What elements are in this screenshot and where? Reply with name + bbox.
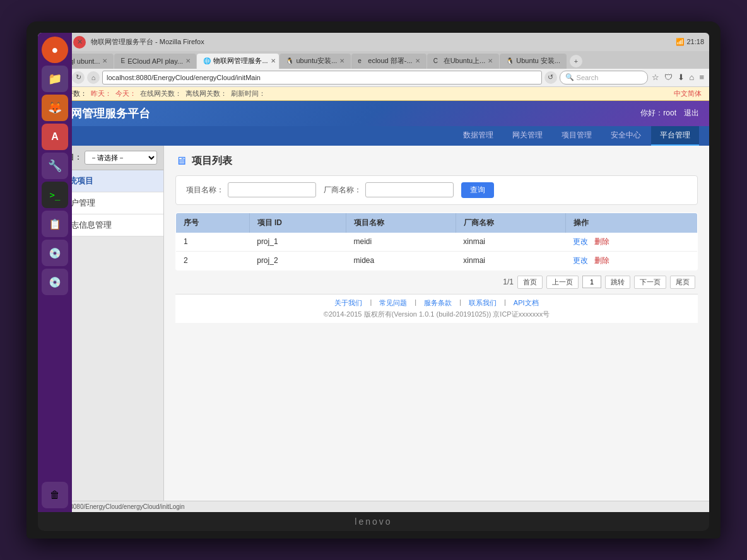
alert-today[interactable]: 今天： [115,89,136,98]
wifi-icon: 📶 [676,38,685,45]
table-row: 2 proj_2 midea xinmai 更改 删除 [176,251,698,270]
tab-ubuntu3[interactable]: 🐧 Ubuntu 安装... [500,54,567,69]
footer-about[interactable]: 关于我们 [334,298,362,308]
row1-delete-btn[interactable]: 删除 [594,237,609,246]
tab-iot-favicon: 🌐 [203,57,211,65]
row2-project-name: midea [346,251,456,270]
nav-gateway-mgmt[interactable]: 网关管理 [503,126,551,146]
refresh-btn[interactable]: ↺ [544,71,557,84]
ubuntu-font-icon[interactable]: A [42,124,68,150]
last-page-btn[interactable]: 尾页 [670,276,695,289]
row2-project-id: proj_2 [249,251,346,270]
browser-area: ─ □ ✕ 物联网管理服务平台 - Mozilla Firefox 📶 21:1… [38,33,709,512]
tab-iot-close[interactable]: ✕ [271,57,276,64]
home2-icon[interactable]: ⌂ [688,73,696,82]
tab-ecloud-deploy-close[interactable]: ✕ [415,57,420,64]
ubuntu-text-icon[interactable]: 📋 [42,211,68,237]
table-row: 1 proj_1 meidi xinmai 更改 删除 [176,233,698,252]
tab-ecloud-deploy-favicon: e [358,57,365,65]
row1-project-name: meidi [346,233,456,252]
row1-seq: 1 [176,233,250,252]
alert-yesterday[interactable]: 昨天： [91,89,112,98]
nav-project-mgmt[interactable]: 项目管理 [553,126,601,146]
vendor-name-input[interactable] [365,182,454,197]
row1-actions: 更改 删除 [565,233,697,252]
pagination: 1/1 首页 上一页 跳转 下一页 尾页 [175,271,698,294]
col-seq: 序号 [176,213,250,233]
ubuntu-disk2-icon[interactable]: 💿 [42,269,68,295]
tab-ubuntu3-favicon: 🐧 [506,57,514,65]
footer-terms[interactable]: 服务条款 [424,298,452,308]
reload-btn[interactable]: ↻ [72,71,85,84]
row2-delete-btn[interactable]: 删除 [594,256,609,265]
bookmark-icon[interactable]: ☆ [650,73,661,82]
section-title: 项目列表 [192,155,232,168]
shield-icon[interactable]: 🛡 [663,73,674,82]
tab-ecloud-deploy[interactable]: e ecloud 部署-... ✕ [351,54,426,69]
ubuntu-trash-icon[interactable]: 🗑 [42,482,68,508]
tab-mysql-close[interactable]: ✕ [102,57,107,64]
ubuntu-logo-icon[interactable]: ● [42,37,68,63]
row1-project-id: proj_1 [249,233,346,252]
search-icon: 🔍 [565,73,574,81]
tab-iot-active[interactable]: 🌐 物联网管理服务... ✕ [197,54,279,69]
tab-ubuntu-close[interactable]: ✕ [339,57,344,64]
footer-api[interactable]: API文档 [514,298,539,308]
page-info: 1/1 [503,277,514,286]
language-selector[interactable]: 中文简体 [674,90,702,97]
new-tab-btn[interactable]: + [570,55,582,67]
ubuntu-terminal-icon[interactable]: >_ [42,182,68,208]
row2-actions: 更改 删除 [565,251,697,270]
status-area: 📶 21:18 [676,38,704,46]
laptop-brand: lenovo [355,516,392,527]
section-icon: 🖥 [175,155,187,168]
first-page-btn[interactable]: 首页 [517,276,543,289]
page-content: 项目告警数： 昨天： 今天： 在线网关数： 离线网关数： 刷新时间： 中文简体 … [38,87,709,501]
status-bar: localhost:8080/EnergyCloud/energyCloud/i… [38,501,709,512]
footer-contact[interactable]: 联系我们 [469,298,497,308]
jump-btn[interactable]: 跳转 [605,276,630,289]
app-header: 物联网管理服务平台 你好：root 退出 [38,101,709,126]
logout-btn[interactable]: 退出 [684,108,699,119]
tab-ecloud-api[interactable]: E ECloud API play... ✕ [114,54,196,69]
search-form: 项目名称： 厂商名称： 查询 [175,175,698,205]
browser-nav-icons: ☆ 🛡 ⬇ ⌂ ≡ [650,73,705,82]
alert-online-label: 在线网关数： [140,89,182,98]
row1-vendor: xinmai [456,233,565,252]
ubuntu-files-icon[interactable]: 📁 [42,66,68,92]
footer-faq[interactable]: 常见问题 [379,298,407,308]
laptop-outer: ● 📁 🦊 A 🔧 >_ 📋 💿 [26,21,721,539]
page-number-input[interactable] [582,276,601,288]
window-close-btn[interactable]: ✕ [73,36,86,49]
nav-platform-mgmt[interactable]: 平台管理 [651,126,699,146]
home-btn[interactable]: ⌂ [87,71,100,84]
project-name-input[interactable] [228,182,316,197]
col-project-name: 项目名称 [346,213,456,233]
ubuntu-disk1-icon[interactable]: 💿 [42,240,68,266]
alert-offline-label: 离线网关数： [185,89,227,98]
ubuntu-firefox-icon[interactable]: 🦊 [42,95,68,121]
row2-edit-btn[interactable]: 更改 [573,256,588,265]
tab-ubuntu2[interactable]: C 在Ubuntu上... ✕ [427,54,500,69]
search-button[interactable]: 查询 [461,182,494,198]
browser-search-bar[interactable]: 🔍 Search [560,71,648,85]
project-name-label: 项目名称： [186,185,224,195]
ubuntu-settings-icon[interactable]: 🔧 [42,153,68,179]
menu-icon[interactable]: ≡ [698,73,705,82]
tab-ubuntu2-close[interactable]: ✕ [488,57,493,64]
row1-edit-btn[interactable]: 更改 [573,237,588,246]
next-page-btn[interactable]: 下一页 [634,276,666,289]
tab-ecloud-deploy-label: ecloud 部署-... [368,56,412,66]
tab-ubuntu-install[interactable]: 🐧 ubuntu安装... ✕ [279,54,351,69]
project-select[interactable]: －请选择－ [85,151,157,165]
user-greeting: 你好：root [640,108,676,119]
download-icon[interactable]: ⬇ [676,73,686,82]
address-bar[interactable]: localhost:8080/EnergyCloud/energyCloud/i… [102,71,542,85]
tab-ubuntu-favicon: 🐧 [286,57,293,65]
nav-data-mgmt[interactable]: 数据管理 [454,126,502,146]
prev-page-btn[interactable]: 上一页 [546,276,579,289]
browser-title: 物联网管理服务平台 - Mozilla Firefox [91,37,204,47]
tab-ecloud-close[interactable]: ✕ [185,57,191,64]
nav-menu: 数据管理 网关管理 项目管理 安全中心 平台管理 [38,126,709,146]
nav-security[interactable]: 安全中心 [602,126,650,146]
